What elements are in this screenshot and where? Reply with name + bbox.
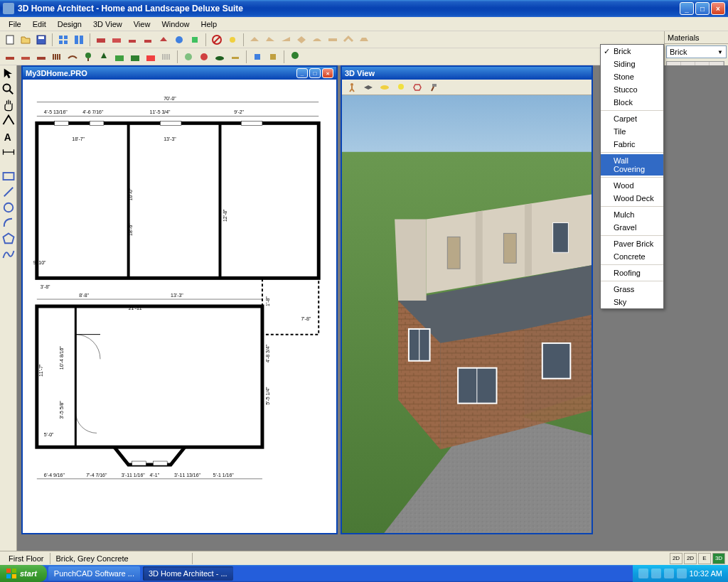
tool-fence-1[interactable] [50,50,64,64]
tool-deck-3[interactable] [34,50,48,64]
tool-light-icon[interactable] [394,80,408,95]
tool-walk-icon[interactable] [345,80,359,95]
menu-window[interactable]: Window [156,18,195,30]
plan-maximize-button[interactable]: □ [309,68,321,78]
menu-file[interactable]: File [3,18,27,30]
3d-view-canvas[interactable] [342,95,592,533]
menu-view[interactable]: View [128,18,156,30]
tray-clock[interactable]: 10:32 AM [690,569,722,578]
tool-roof-1[interactable] [247,33,262,47]
materials-dropdown-item[interactable]: Stone [601,70,663,83]
tool-misc-1[interactable] [250,50,264,64]
close-button[interactable]: × [711,2,725,15]
tool-window-grid[interactable] [56,33,70,47]
tool-arc-icon[interactable] [1,216,16,230]
tool-furniture-3[interactable] [125,33,139,47]
tool-roof-4[interactable] [294,33,309,47]
tool-sun-icon[interactable] [225,33,240,47]
menu-3dview[interactable]: 3D View [87,18,128,30]
taskbar-item[interactable]: PunchCAD Software ... [48,566,140,581]
tool-roof-2[interactable] [263,33,277,47]
tool-fly-icon[interactable] [361,80,375,95]
tool-rectangle-icon[interactable] [1,169,16,183]
tool-misc-2[interactable] [266,50,280,64]
tool-line-icon[interactable] [1,185,16,199]
maximize-button[interactable]: □ [695,2,710,15]
tool-furniture-2[interactable] [109,33,124,47]
status-e-button[interactable]: E [698,553,711,564]
tool-spline-icon[interactable] [1,247,16,262]
menu-design[interactable]: Design [52,18,87,30]
materials-dropdown-item[interactable]: Stucco [601,83,663,96]
start-button[interactable]: start [0,565,47,582]
materials-dropdown-item[interactable]: Carpet [601,112,663,125]
materials-dropdown-item[interactable]: Siding [601,58,663,70]
system-tray[interactable]: 10:32 AM [633,565,728,582]
tool-furniture-1[interactable] [94,33,108,47]
tool-weather-icon[interactable] [378,80,392,95]
taskbar-item-active[interactable]: 3D Home Architect - ... [143,566,233,581]
status-floor[interactable]: First Floor [3,553,50,564]
status-3d-button[interactable]: 3D [712,553,725,564]
materials-dropdown-item[interactable]: Wood Deck [601,192,663,205]
plan-minimize-button[interactable]: _ [296,68,308,78]
tray-icon[interactable] [651,568,661,578]
tool-measure-icon[interactable] [1,114,16,128]
plan-close-button[interactable]: × [322,68,333,78]
materials-dropdown-item[interactable]: Paver Brick [601,237,663,250]
tool-fence-2[interactable] [159,50,173,64]
tool-dimension-icon[interactable] [1,145,16,159]
materials-dropdown-item[interactable]: Wood [601,179,663,192]
tool-deck-2[interactable] [18,50,33,64]
tool-plant-2[interactable] [97,50,111,64]
materials-category-combo[interactable]: Brick ▼ [666,45,727,58]
tool-no-entry-icon[interactable] [210,33,224,47]
materials-dropdown-item[interactable]: Grass [601,283,663,296]
materials-dropdown-item[interactable]: Sky [601,296,663,308]
floorplan-canvas[interactable]: 70'-0" 4'-5 13/16" 4'-6 7/16" 11'-5 3/4"… [23,80,336,533]
tool-furniture-4[interactable] [141,33,155,47]
tool-plant-1[interactable] [81,50,95,64]
tool-land-1[interactable] [181,50,196,64]
materials-dropdown-item[interactable]: ✓Brick [601,45,663,58]
tool-camera-icon[interactable] [410,80,424,95]
tool-pan-icon[interactable] [1,98,16,112]
tool-circle-icon[interactable] [1,200,16,215]
tool-window-tile[interactable] [72,33,86,47]
tool-zoom-icon[interactable] [1,82,16,97]
plan-window-titlebar[interactable]: My3DHome.PRO _ □ × [23,67,336,80]
tool-open[interactable] [18,33,33,47]
materials-dropdown-item[interactable]: Roofing [601,266,663,279]
tool-cursor-icon[interactable] [1,67,16,81]
materials-dropdown-item[interactable]: Wall Covering [601,154,663,176]
tool-deck-1[interactable] [3,50,17,64]
tool-roof-3[interactable] [279,33,293,47]
menu-edit[interactable]: Edit [27,18,52,30]
tool-hammer-icon[interactable] [427,80,441,95]
materials-dropdown-item[interactable]: Concrete [601,250,663,263]
tool-save[interactable] [34,33,48,47]
tool-new[interactable] [3,33,17,47]
tool-terrain-1[interactable] [112,50,127,64]
tool-roof-7[interactable] [341,33,355,47]
materials-dropdown-item[interactable]: Gravel [601,221,663,234]
tool-land-3[interactable] [213,50,227,64]
tool-bridge-icon[interactable] [65,50,80,64]
materials-dropdown-item[interactable]: Mulch [601,208,663,221]
tool-roof-8[interactable] [357,33,371,47]
tool-furniture-5[interactable] [156,33,171,47]
tray-icon[interactable] [638,568,648,578]
tool-land-4[interactable] [228,50,242,64]
tray-icon[interactable] [664,568,674,578]
tool-polygon-icon[interactable] [1,232,16,246]
tool-terrain-3[interactable] [144,50,158,64]
tray-icon[interactable] [677,568,687,578]
tool-roof-6[interactable] [326,33,340,47]
menu-help[interactable]: Help [196,18,223,30]
status-2d-button[interactable]: 2D [670,553,682,564]
minimize-button[interactable]: _ [680,2,694,15]
tool-text-icon[interactable]: A [1,129,16,144]
tool-roof-5[interactable] [310,33,324,47]
tool-furniture-6[interactable] [172,33,186,47]
tool-terrain-2[interactable] [128,50,142,64]
